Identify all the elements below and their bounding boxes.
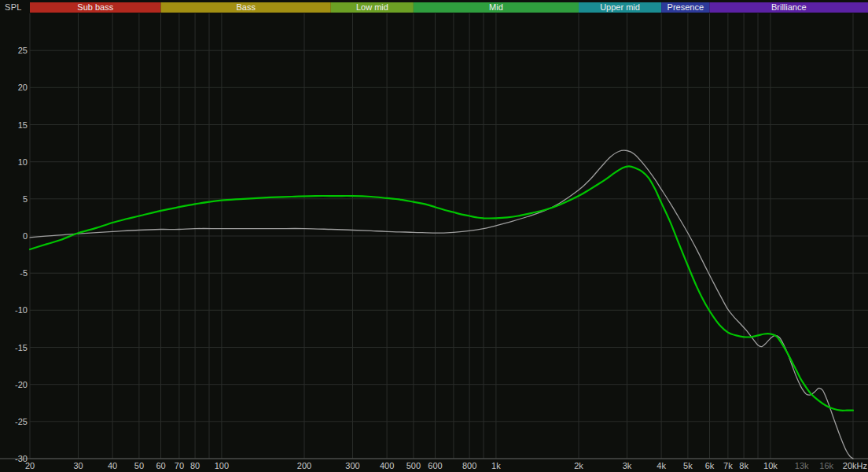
- x-tick-label: 20kHz: [843, 461, 867, 470]
- band-label-bass: Bass: [236, 2, 256, 12]
- y-tick-label: -10: [15, 305, 28, 315]
- chart-canvas: Sub bassBassLow midMidUpper midPresenceB…: [0, 0, 868, 472]
- band-label-upper-mid: Upper mid: [600, 2, 640, 12]
- y-tick-label: 25: [18, 46, 28, 55]
- x-tick-label: 5k: [683, 461, 693, 470]
- spl-axis-title: SPL: [5, 2, 22, 12]
- frequency-response-chart: SPL Sub bassBassLow midMidUpper midPrese…: [0, 0, 868, 472]
- x-tick-label: 50: [134, 461, 144, 470]
- y-tick-label: -20: [15, 380, 28, 389]
- x-tick-label: 20: [25, 461, 35, 470]
- band-label-mid: Mid: [489, 2, 503, 12]
- x-tick-label: 2k: [574, 461, 583, 470]
- x-tick-label: 1k: [491, 461, 501, 470]
- x-tick-label: 10k: [763, 461, 778, 470]
- x-tick-label: 8k: [739, 461, 748, 470]
- y-tick-label: 20: [18, 83, 28, 92]
- x-tick-label: 200: [297, 461, 311, 470]
- x-tick-label: 100: [215, 461, 229, 470]
- y-tick-label: 10: [18, 157, 28, 167]
- x-tick-label: 60: [156, 461, 165, 470]
- band-label-sub-bass: Sub bass: [77, 2, 113, 12]
- x-tick-label: 30: [73, 461, 83, 470]
- band-label-low-mid: Low mid: [356, 2, 388, 12]
- x-tick-label: 40: [108, 461, 117, 470]
- x-tick-label: 800: [462, 461, 476, 470]
- x-tick-label: 400: [380, 461, 394, 470]
- x-tick-label: 600: [428, 461, 442, 470]
- x-tick-label: 13k: [795, 461, 809, 470]
- x-tick-label: 500: [406, 461, 421, 470]
- x-tick-label: 6k: [705, 461, 715, 470]
- band-label-brilliance: Brilliance: [771, 2, 807, 12]
- x-tick-label: 80: [190, 461, 200, 470]
- x-tick-label: 7k: [723, 461, 733, 470]
- x-tick-label: 70: [175, 461, 184, 470]
- y-tick-label: -25: [15, 417, 28, 426]
- y-tick-label: -5: [20, 268, 28, 278]
- y-tick-label: 15: [18, 120, 28, 130]
- x-tick-label: 3k: [623, 461, 632, 470]
- x-tick-label: 300: [345, 461, 359, 470]
- x-tick-label: 4k: [657, 461, 666, 470]
- x-tick-label: 16k: [819, 461, 833, 470]
- band-label-presence: Presence: [668, 2, 704, 12]
- y-tick-label: 0: [23, 231, 28, 241]
- y-tick-label: -15: [15, 343, 28, 352]
- y-tick-label: 5: [23, 194, 28, 204]
